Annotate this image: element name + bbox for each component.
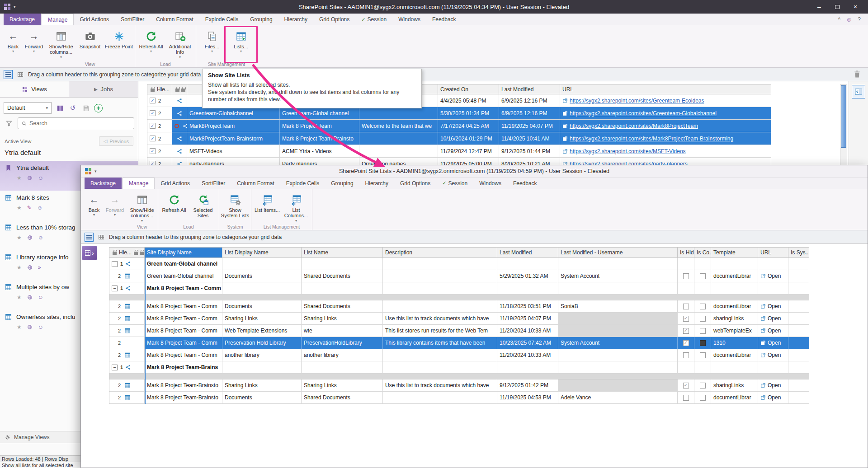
row-checkbox[interactable]: ✓: [150, 136, 156, 141]
group-row[interactable]: −1Mark 8 Project Team - Comm: [109, 282, 809, 295]
globe-icon[interactable]: [27, 295, 33, 300]
tab-hierarchy[interactable]: Hierarchy: [278, 14, 313, 25]
ribbon-button-show-hide-columns[interactable]: Show/Hide columns...▾: [127, 191, 156, 224]
globe-icon[interactable]: [27, 175, 33, 181]
list-row[interactable]: 2Mark 8 Project Team - CommWeb Template …: [109, 325, 809, 337]
view-selector-dropdown[interactable]: Default ▾: [4, 102, 52, 114]
column-header-last-modified[interactable]: Last Modified: [499, 84, 560, 94]
search-input[interactable]: [29, 120, 131, 126]
globe-icon[interactable]: [27, 265, 33, 270]
tab-sort-filter[interactable]: Sort/Filter: [115, 14, 150, 25]
collapse-box[interactable]: −: [112, 261, 118, 267]
view-mode-grid-button[interactable]: [97, 233, 106, 242]
feedback-smiley-icon[interactable]: ☺: [846, 16, 852, 23]
ribbon-button-selected-sites[interactable]: Selected Sites: [189, 191, 217, 224]
ribbon-button-list-columns[interactable]: List Columns...▾: [282, 191, 311, 224]
column-header-is-system[interactable]: Is Sys...: [788, 248, 809, 257]
site-row[interactable]: ✓2Mark8ProjectTeamMark 8 Project TeamWel…: [147, 120, 771, 132]
ribbon-button-snapshot[interactable]: Snapshot: [75, 27, 104, 61]
smiley-icon[interactable]: ☺: [37, 205, 42, 211]
view-mode-list-button[interactable]: [4, 70, 13, 79]
is-co-checkbox[interactable]: [700, 395, 706, 401]
list-row[interactable]: 2Green team-Global channelDocumentsShare…: [109, 270, 809, 282]
is-co-checkbox[interactable]: [700, 304, 706, 309]
tab-backstage[interactable]: Backstage: [85, 178, 122, 189]
list-row[interactable]: 2Mark 8 Project Team-BrainstoDocumentsSh…: [109, 392, 809, 404]
scrollbar-thumb[interactable]: [841, 85, 846, 148]
trash-icon[interactable]: [853, 70, 862, 80]
is-hidden-checkbox[interactable]: [683, 304, 689, 309]
list-row[interactable]: 2Mark 8 Project Team - CommSharing Links…: [109, 313, 809, 325]
is-co-checkbox[interactable]: [700, 383, 706, 388]
ribbon-button-show-hide-columns[interactable]: Show/Hide columns...▾: [47, 27, 75, 61]
quick-access-caret-icon[interactable]: ▾: [14, 5, 16, 9]
star-icon[interactable]: ★: [17, 175, 22, 181]
column-header-list-name[interactable]: List Name: [302, 248, 383, 257]
star-icon[interactable]: ★: [17, 294, 22, 300]
column-header-hierarchy[interactable]: Hie...: [147, 84, 172, 94]
smiley-icon[interactable]: ☺: [38, 234, 43, 241]
site-row[interactable]: ✓2Greenteam-GlobalchannelGreen team-Glob…: [147, 107, 771, 120]
minimize-button[interactable]: –: [810, 0, 828, 14]
smiley-icon[interactable]: ☺: [38, 175, 43, 181]
wand-icon[interactable]: ✎: [27, 205, 32, 211]
close-button[interactable]: ×: [846, 0, 864, 14]
group-row[interactable]: −1Mark 8 Project Team-Brains: [109, 361, 809, 374]
column-header-is-co[interactable]: Is Co...: [694, 248, 711, 257]
open-link[interactable]: Open: [768, 340, 781, 346]
tab-grid-actions[interactable]: Grid Actions: [155, 178, 196, 189]
view-mode-list-button[interactable]: [85, 233, 94, 242]
column-header-url[interactable]: URL: [560, 84, 771, 94]
url-link[interactable]: https://sygx2.sharepoint.com/sites/Mark8…: [570, 123, 698, 129]
ribbon-button-list-items[interactable]: List Items...: [253, 191, 282, 224]
sidebar-tab-views[interactable]: Views: [0, 81, 69, 97]
open-link[interactable]: Open: [768, 394, 781, 401]
save-icon[interactable]: [81, 103, 91, 113]
group-row[interactable]: −1Green team-Global channel: [109, 258, 809, 270]
row-checkbox[interactable]: ✓: [150, 148, 156, 154]
ribbon-button-additional-info[interactable]: Additional Info▾: [165, 27, 194, 61]
collapse-box[interactable]: −: [112, 285, 118, 291]
tab-column-format[interactable]: Column Format: [231, 178, 280, 189]
ribbon-button-back[interactable]: ←Back▾: [3, 27, 24, 61]
star-icon[interactable]: ★: [17, 324, 22, 330]
vertical-scrollbar[interactable]: [840, 84, 847, 167]
is-co-checkbox[interactable]: [700, 328, 706, 334]
tab-windows[interactable]: Windows: [392, 14, 426, 25]
is-hidden-checkbox[interactable]: [683, 352, 689, 358]
column-header-last-modified-username[interactable]: Last Modified - Username: [558, 248, 678, 257]
ribbon-button-show-system-lists[interactable]: Show System Lists: [221, 191, 250, 224]
is-hidden-checkbox[interactable]: ✓: [683, 340, 689, 346]
tab-grouping[interactable]: Grouping: [325, 178, 359, 189]
row-checkbox[interactable]: ✓: [150, 123, 156, 129]
tab-session[interactable]: ✓Session: [355, 14, 392, 25]
is-hidden-checkbox[interactable]: ✓: [683, 328, 689, 334]
globe-icon[interactable]: [27, 235, 33, 240]
globe-icon[interactable]: [27, 324, 33, 330]
url-link[interactable]: https://sygx2.sharepoint.com/sites/MSFT-…: [570, 148, 686, 154]
open-link[interactable]: Open: [768, 273, 781, 279]
list-row[interactable]: 2Mark 8 Project Team-BrainstoSharing Lin…: [109, 379, 809, 392]
is-hidden-checkbox[interactable]: [683, 395, 689, 401]
column-header-url[interactable]: URL: [758, 248, 788, 257]
star-icon[interactable]: ★: [17, 205, 22, 211]
ribbon-button-forward[interactable]: →Forward▾: [104, 191, 125, 224]
tab-hierarchy[interactable]: Hierarchy: [359, 178, 394, 189]
list-row[interactable]: 2Mark 8 Project Team - CommDocumentsShar…: [109, 300, 809, 313]
open-link[interactable]: Open: [768, 382, 781, 388]
search-box[interactable]: [18, 117, 134, 129]
list-row[interactable]: 2Mark 8 Project Team - Commanother libra…: [109, 349, 809, 361]
tab-windows[interactable]: Windows: [473, 178, 507, 189]
tab-explode-cells[interactable]: Explode Cells: [199, 14, 244, 25]
open-link[interactable]: Open: [768, 328, 781, 334]
column-header-is-hidden[interactable]: Is Hid...: [678, 248, 694, 257]
tab-manage[interactable]: Manage: [123, 178, 155, 189]
column-header-template[interactable]: Template: [711, 248, 758, 257]
filter-icon[interactable]: [4, 118, 14, 129]
add-view-button[interactable]: +: [94, 104, 103, 112]
is-hidden-checkbox[interactable]: [683, 273, 689, 279]
column-header-site-display-name[interactable]: Site Display Name: [145, 248, 222, 257]
tab-column-format[interactable]: Column Format: [150, 14, 199, 25]
smiley-icon[interactable]: ☺: [38, 294, 43, 300]
row-checkbox[interactable]: ✓: [150, 110, 156, 116]
